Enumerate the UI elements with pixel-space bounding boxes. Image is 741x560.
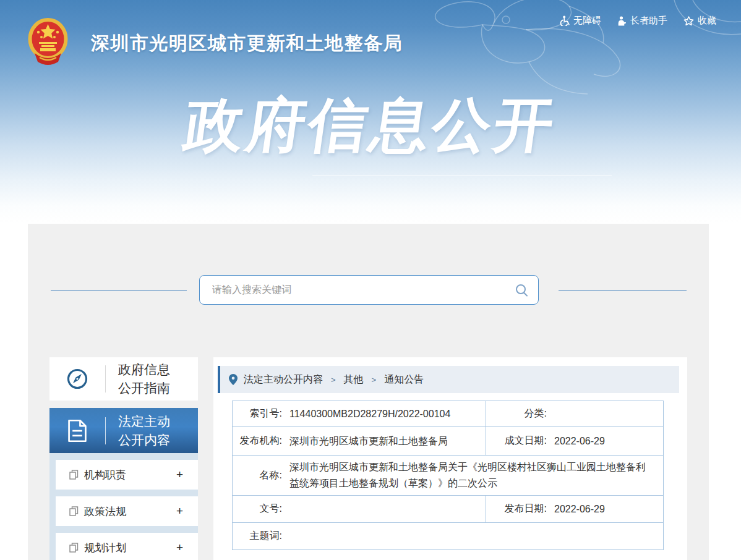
accessibility-link[interactable]: 无障碍 xyxy=(560,15,601,27)
search-input[interactable] xyxy=(211,284,515,296)
search-bar[interactable] xyxy=(199,275,539,305)
expand-plus-icon[interactable]: + xyxy=(176,468,183,482)
elder-assistant-label: 长者助手 xyxy=(630,15,667,27)
banner-title-wrap: 政府信息公开 xyxy=(0,87,741,166)
table-cell: 名称: 深圳市光明区城市更新和土地整备局关于《光明区楼村社区狮山工业园土地整备利… xyxy=(233,456,663,495)
category-value xyxy=(554,410,563,418)
issuing-agency-label: 发布机构: xyxy=(233,435,282,448)
location-pin-icon xyxy=(229,374,238,385)
issue-date-label: 成文日期: xyxy=(486,435,547,448)
search-flank-line-right xyxy=(559,290,687,291)
breadcrumb: 法定主动公开内容 > 其他 > 通知公告 xyxy=(218,366,679,393)
agency-name: 深圳市光明区城市更新和土地整备局 xyxy=(91,31,403,56)
table-cell: 文号: xyxy=(233,496,486,522)
title-underline xyxy=(312,176,612,176)
sidebar-subitem-label: 机构职责 xyxy=(84,468,126,482)
sidebar-item-policies-regulations[interactable]: 政策法规 + xyxy=(56,496,198,526)
index-number-label: 索引号: xyxy=(233,407,282,420)
breadcrumb-item-other[interactable]: 其他 xyxy=(344,373,364,386)
table-row: 名称: 深圳市光明区城市更新和土地整备局关于《光明区楼村社区狮山工业园土地整备利… xyxy=(233,455,663,495)
title-label: 名称: xyxy=(233,469,282,482)
search-icon xyxy=(515,284,528,297)
sidebar-submenu: 机构职责 + 政策法规 + 规划计划 + xyxy=(49,453,198,560)
favorite-link[interactable]: 收藏 xyxy=(683,15,716,27)
search-button[interactable] xyxy=(515,284,528,297)
issue-date-value: 2022-06-29 xyxy=(554,430,614,453)
pages-icon xyxy=(69,470,79,480)
keywords-label: 主题词: xyxy=(233,530,282,543)
document-info-table: 索引号: 11440300MB2D28279H/2022-00104 分类: 发… xyxy=(232,401,664,550)
accessibility-label: 无障碍 xyxy=(573,15,601,27)
table-row: 发布机构: 深圳市光明区城市更新和土地整备局 成文日期: 2022-06-29 xyxy=(233,426,663,455)
title-value: 深圳市光明区城市更新和土地整备局关于《光明区楼村社区狮山工业园土地整备利益统筹项… xyxy=(289,456,663,495)
table-row: 主题词: xyxy=(233,522,663,549)
chevron-right-icon: > xyxy=(372,375,377,384)
table-cell: 索引号: 11440300MB2D28279H/2022-00104 xyxy=(233,401,486,426)
table-row: 文号: 发布日期: 2022-06-29 xyxy=(233,495,663,522)
publish-date-value: 2022-06-29 xyxy=(554,498,614,521)
document-number-value xyxy=(289,506,298,513)
expand-plus-icon[interactable]: + xyxy=(176,541,183,554)
star-icon xyxy=(683,16,694,26)
search-flank-line-left xyxy=(51,290,187,291)
category-label: 分类: xyxy=(486,407,547,420)
elder-assistant-link[interactable]: 长者助手 xyxy=(617,15,667,27)
national-emblem-logo xyxy=(27,17,69,66)
banner: 深圳市光明区城市更新和土地整备局 无障碍 长者助手 收藏 政府信 xyxy=(0,0,741,224)
table-cell: 发布日期: 2022-06-29 xyxy=(486,496,663,522)
table-cell: 发布机构: 深圳市光明区城市更新和土地整备局 xyxy=(233,427,486,455)
table-cell: 主题词: xyxy=(233,523,663,549)
sidebar-item-label: 政府信息公开指南 xyxy=(106,360,170,397)
favorite-label: 收藏 xyxy=(698,15,716,27)
table-cell: 成文日期: 2022-06-29 xyxy=(486,427,663,455)
sidebar-item-planning[interactable]: 规划计划 + xyxy=(56,533,198,560)
compass-icon xyxy=(49,368,105,390)
sidebar-item-agency-duties[interactable]: 机构职责 + xyxy=(56,460,198,490)
elder-icon xyxy=(617,16,627,26)
sidebar-item-label: 法定主动公开内容 xyxy=(106,412,170,449)
page-title: 政府信息公开 xyxy=(179,87,562,166)
document-number-label: 文号: xyxy=(233,503,282,515)
issuing-agency-value: 深圳市光明区城市更新和土地整备局 xyxy=(289,430,456,453)
sidebar-item-gov-info-guide[interactable]: 政府信息公开指南 xyxy=(49,357,198,401)
sidebar-subitem-label: 规划计划 xyxy=(84,541,126,555)
expand-plus-icon[interactable]: + xyxy=(176,504,183,518)
breadcrumb-item-statutory[interactable]: 法定主动公开内容 xyxy=(244,373,323,386)
pages-icon xyxy=(69,506,79,516)
keywords-value xyxy=(289,533,298,540)
document-icon xyxy=(49,419,105,443)
sidebar-item-statutory-disclosure[interactable]: 法定主动公开内容 xyxy=(49,408,198,453)
sidebar-subitem-label: 政策法规 xyxy=(84,504,126,519)
pages-icon xyxy=(69,543,79,553)
publish-date-label: 发布日期: xyxy=(486,503,547,515)
table-row: 索引号: 11440300MB2D28279H/2022-00104 分类: xyxy=(233,401,663,426)
topbar-links: 无障碍 长者助手 收藏 xyxy=(560,15,716,27)
breadcrumb-item-notices[interactable]: 通知公告 xyxy=(384,373,424,386)
chevron-right-icon: > xyxy=(331,375,336,384)
index-number-value: 11440300MB2D28279H/2022-00104 xyxy=(289,402,459,426)
table-cell: 分类: xyxy=(486,401,663,426)
wheelchair-icon xyxy=(560,15,570,26)
